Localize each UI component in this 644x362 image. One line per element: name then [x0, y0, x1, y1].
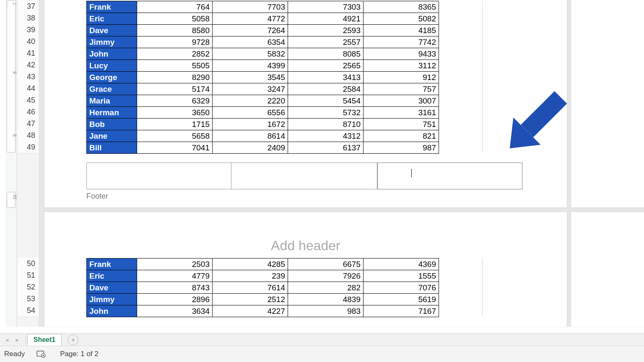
footer-center-section[interactable]	[231, 163, 377, 189]
name-cell[interactable]: Herman	[87, 107, 137, 119]
data-table[interactable]: Frank2503428566754369Eric477923979261555…	[86, 258, 439, 317]
row-number[interactable]: 51	[18, 269, 39, 282]
footer-right-section[interactable]	[377, 163, 522, 189]
row-number[interactable]: 41	[18, 47, 39, 59]
table-row[interactable]: Bill704124096137987	[87, 142, 439, 154]
table-row[interactable]: Frank764770373038365	[87, 1, 439, 13]
value-cell[interactable]: 239	[213, 270, 288, 282]
value-cell[interactable]: 8710	[288, 119, 364, 130]
value-cell[interactable]: 3247	[213, 83, 288, 95]
tab-prev-icon[interactable]: ◄	[2, 337, 12, 343]
value-cell[interactable]: 7614	[213, 282, 288, 294]
value-cell[interactable]: 5658	[137, 130, 213, 142]
value-cell[interactable]: 8580	[137, 25, 213, 36]
value-cell[interactable]: 7742	[364, 36, 439, 48]
value-cell[interactable]: 8085	[288, 48, 364, 60]
name-cell[interactable]: Dave	[87, 25, 137, 36]
row-number[interactable]: 52	[18, 281, 39, 293]
value-cell[interactable]: 7041	[137, 142, 213, 154]
value-cell[interactable]: 6556	[213, 107, 288, 119]
table-row[interactable]: John363442279837167	[87, 305, 439, 317]
value-cell[interactable]: 821	[364, 130, 439, 142]
value-cell[interactable]: 282	[288, 282, 364, 294]
table-row[interactable]: Maria6329222054543007	[87, 95, 439, 107]
table-row[interactable]: Eric477923979261555	[87, 270, 439, 282]
value-cell[interactable]: 1672	[213, 119, 288, 130]
value-cell[interactable]: 2512	[213, 294, 288, 305]
row-number[interactable]: 37	[18, 0, 39, 13]
name-cell[interactable]: Bill	[87, 142, 137, 154]
row-number[interactable]: 54	[18, 305, 39, 317]
value-cell[interactable]: 5732	[288, 107, 364, 119]
value-cell[interactable]: 7303	[288, 1, 364, 13]
page-1-right[interactable]	[571, 0, 644, 207]
value-cell[interactable]: 2503	[137, 259, 213, 270]
value-cell[interactable]: 8743	[137, 282, 213, 294]
value-cell[interactable]: 3634	[137, 305, 213, 317]
table-row[interactable]: Dave8580726425934185	[87, 25, 439, 36]
row-number[interactable]: 53	[18, 293, 39, 305]
row-number[interactable]: 45	[18, 94, 39, 106]
name-cell[interactable]: Dave	[87, 282, 137, 294]
table-row[interactable]: John2852583280859433	[87, 48, 439, 60]
value-cell[interactable]: 9433	[364, 48, 439, 60]
value-cell[interactable]: 7076	[364, 282, 439, 294]
value-cell[interactable]: 5082	[364, 13, 439, 25]
add-sheet-button[interactable]: ＋	[68, 334, 78, 345]
name-cell[interactable]: Lucy	[87, 60, 137, 72]
value-cell[interactable]: 5832	[213, 48, 288, 60]
value-cell[interactable]: 5174	[137, 83, 213, 95]
value-cell[interactable]: 1715	[137, 119, 213, 130]
row-number[interactable]: 49	[18, 141, 39, 153]
row-number[interactable]: 38	[18, 12, 39, 24]
value-cell[interactable]: 8614	[213, 130, 288, 142]
value-cell[interactable]: 5505	[137, 60, 213, 72]
value-cell[interactable]: 5619	[364, 294, 439, 305]
value-cell[interactable]: 9728	[137, 36, 213, 48]
name-cell[interactable]: Jane	[87, 130, 137, 142]
row-number[interactable]: 42	[18, 59, 39, 71]
value-cell[interactable]: 4399	[213, 60, 288, 72]
value-cell[interactable]: 3413	[288, 72, 364, 83]
value-cell[interactable]: 6137	[288, 142, 364, 154]
macro-record-icon[interactable]	[36, 350, 46, 358]
add-header-placeholder[interactable]: Add header	[44, 238, 567, 253]
name-cell[interactable]: Grace	[87, 83, 137, 95]
footer-editor[interactable]	[86, 163, 522, 189]
table-row[interactable]: George829035453413912	[87, 72, 439, 83]
name-cell[interactable]: George	[87, 72, 137, 83]
page-2[interactable]: Add header Frank2503428566754369Eric4779…	[44, 212, 567, 327]
value-cell[interactable]: 757	[364, 83, 439, 95]
name-cell[interactable]: Eric	[87, 13, 137, 25]
name-cell[interactable]: John	[87, 48, 137, 60]
value-cell[interactable]: 1555	[364, 270, 439, 282]
value-cell[interactable]: 3545	[213, 72, 288, 83]
name-cell[interactable]: Maria	[87, 95, 137, 107]
table-row[interactable]: Eric5058477249215082	[87, 13, 439, 25]
value-cell[interactable]: 983	[288, 305, 364, 317]
row-number[interactable]: 43	[18, 71, 39, 83]
value-cell[interactable]: 4369	[364, 259, 439, 270]
value-cell[interactable]: 6354	[213, 36, 288, 48]
value-cell[interactable]: 4779	[137, 270, 213, 282]
value-cell[interactable]: 751	[364, 119, 439, 130]
value-cell[interactable]: 2852	[137, 48, 213, 60]
row-number[interactable]: 40	[18, 36, 39, 48]
value-cell[interactable]: 7926	[288, 270, 364, 282]
row-number[interactable]: 39	[18, 24, 39, 36]
value-cell[interactable]: 7703	[213, 1, 288, 13]
value-cell[interactable]: 3650	[137, 107, 213, 119]
row-number[interactable]: 48	[18, 129, 39, 142]
value-cell[interactable]: 4227	[213, 305, 288, 317]
value-cell[interactable]: 2565	[288, 60, 364, 72]
name-cell[interactable]: Bob	[87, 119, 137, 130]
table-row[interactable]: Jane565886144312821	[87, 130, 439, 142]
page-1[interactable]: Frank764770373038365Eric5058477249215082…	[44, 0, 567, 207]
value-cell[interactable]: 5454	[288, 95, 364, 107]
page-2-right[interactable]	[571, 212, 644, 327]
table-row[interactable]: Dave874376142827076	[87, 282, 439, 294]
value-cell[interactable]: 2584	[288, 83, 364, 95]
value-cell[interactable]: 3161	[364, 107, 439, 119]
value-cell[interactable]: 4839	[288, 294, 364, 305]
row-number[interactable]: 50	[18, 258, 39, 270]
